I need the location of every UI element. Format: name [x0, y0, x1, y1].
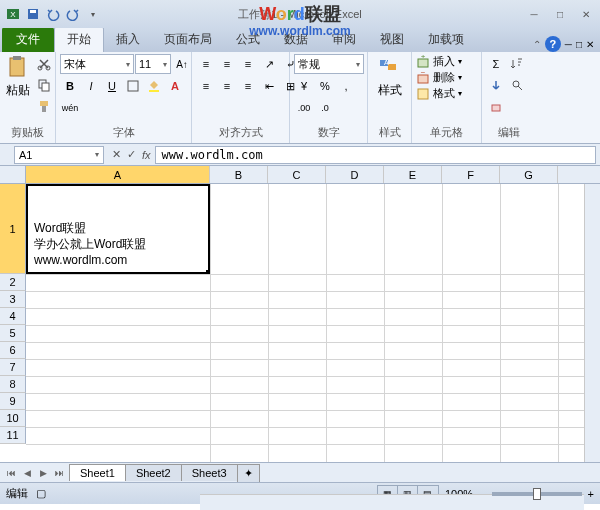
- cell-A1[interactable]: Word联盟 学办公就上Word联盟 www.wordlm.com: [26, 184, 210, 274]
- paste-label: 粘贴: [6, 82, 30, 99]
- decrease-decimal-icon[interactable]: .0: [315, 98, 335, 118]
- select-all-corner[interactable]: [0, 166, 26, 184]
- autosum-icon[interactable]: Σ: [486, 54, 506, 74]
- column-header[interactable]: D: [326, 166, 384, 183]
- column-header[interactable]: E: [384, 166, 442, 183]
- row-header[interactable]: 3: [0, 291, 26, 308]
- number-format-combo[interactable]: 常规▾: [294, 54, 364, 74]
- minimize-icon[interactable]: ─: [524, 6, 544, 22]
- italic-button[interactable]: I: [81, 76, 101, 96]
- paste-button[interactable]: 粘贴: [4, 54, 32, 101]
- close-icon[interactable]: ✕: [576, 6, 596, 22]
- worksheet-grid[interactable]: ABCDEFG 1234567891011 Word联盟 学办公就上Word联盟…: [0, 166, 600, 462]
- sheet-nav-last-icon[interactable]: ⏭: [52, 468, 66, 478]
- copy-icon[interactable]: [34, 75, 54, 95]
- sheet-nav-prev-icon[interactable]: ◀: [20, 468, 34, 478]
- border-icon[interactable]: [123, 76, 143, 96]
- align-left-icon[interactable]: ≡: [196, 76, 216, 96]
- sheet-nav-first-icon[interactable]: ⏮: [4, 468, 18, 478]
- underline-button[interactable]: U: [102, 76, 122, 96]
- fill-color-icon[interactable]: [144, 76, 164, 96]
- row-header[interactable]: 1: [0, 184, 26, 274]
- ribbon-minimize-icon[interactable]: ⌃: [533, 39, 541, 50]
- row-header[interactable]: 7: [0, 359, 26, 376]
- tab-view[interactable]: 视图: [368, 27, 416, 52]
- row-header[interactable]: 6: [0, 342, 26, 359]
- delete-cells-button[interactable]: −删除▾: [416, 70, 462, 85]
- enter-formula-icon[interactable]: ✓: [127, 148, 136, 161]
- column-header[interactable]: C: [268, 166, 326, 183]
- align-right-icon[interactable]: ≡: [238, 76, 258, 96]
- ribbon: 粘贴 剪贴板 宋体▾ 11▾ A↑ B I U A: [0, 52, 600, 144]
- excel-icon[interactable]: X: [4, 5, 22, 23]
- sheet-tab-1[interactable]: Sheet1: [69, 464, 126, 481]
- align-top-icon[interactable]: ≡: [196, 54, 216, 74]
- name-box[interactable]: A1▾: [14, 146, 104, 164]
- currency-icon[interactable]: ¥: [294, 76, 314, 96]
- orientation-icon[interactable]: ↗: [259, 54, 279, 74]
- horizontal-scrollbar[interactable]: [200, 494, 584, 510]
- maximize-icon[interactable]: □: [550, 6, 570, 22]
- help-icon[interactable]: ?: [545, 36, 561, 52]
- row-header[interactable]: 2: [0, 274, 26, 291]
- undo-icon[interactable]: [44, 5, 62, 23]
- column-header[interactable]: G: [500, 166, 558, 183]
- zoom-in-icon[interactable]: +: [588, 488, 594, 500]
- find-icon[interactable]: [507, 75, 527, 95]
- format-painter-icon[interactable]: [34, 96, 54, 116]
- new-sheet-button[interactable]: ✦: [237, 464, 260, 482]
- fx-icon[interactable]: fx: [142, 149, 151, 161]
- cut-icon[interactable]: [34, 54, 54, 74]
- phonetic-icon[interactable]: wén: [60, 98, 80, 118]
- comma-icon[interactable]: ,: [336, 76, 356, 96]
- row-header[interactable]: 11: [0, 427, 26, 444]
- tab-insert[interactable]: 插入: [104, 27, 152, 52]
- cancel-formula-icon[interactable]: ✕: [112, 148, 121, 161]
- zoom-slider[interactable]: [492, 492, 582, 496]
- formula-bar[interactable]: www.wordlm.com: [155, 146, 596, 164]
- row-header[interactable]: 5: [0, 325, 26, 342]
- doc-close-icon[interactable]: ✕: [586, 39, 594, 50]
- doc-minimize-icon[interactable]: ─: [565, 39, 572, 50]
- percent-icon[interactable]: %: [315, 76, 335, 96]
- tab-home[interactable]: 开始: [54, 26, 104, 52]
- sheet-nav-next-icon[interactable]: ▶: [36, 468, 50, 478]
- row-header[interactable]: 4: [0, 308, 26, 325]
- svg-rect-9: [42, 83, 49, 91]
- row-header[interactable]: 10: [0, 410, 26, 427]
- sort-icon[interactable]: [507, 54, 527, 74]
- save-icon[interactable]: [24, 5, 42, 23]
- column-header[interactable]: B: [210, 166, 268, 183]
- column-header[interactable]: A: [26, 166, 210, 183]
- clear-icon[interactable]: [486, 96, 506, 116]
- row-header[interactable]: 8: [0, 376, 26, 393]
- font-size-combo[interactable]: 11▾: [135, 54, 171, 74]
- align-middle-icon[interactable]: ≡: [217, 54, 237, 74]
- macro-record-icon[interactable]: ▢: [36, 487, 46, 500]
- sheet-tab-3[interactable]: Sheet3: [181, 464, 238, 481]
- insert-cells-button[interactable]: +插入▾: [416, 54, 462, 69]
- tab-addins[interactable]: 加载项: [416, 27, 476, 52]
- qat-dropdown-icon[interactable]: ▾: [84, 5, 102, 23]
- align-center-icon[interactable]: ≡: [217, 76, 237, 96]
- tab-layout[interactable]: 页面布局: [152, 27, 224, 52]
- fill-icon[interactable]: [486, 75, 506, 95]
- editing-group-label: 编辑: [486, 124, 532, 141]
- font-color-icon[interactable]: A: [165, 76, 185, 96]
- doc-restore-icon[interactable]: □: [576, 39, 582, 50]
- increase-font-icon[interactable]: A↑: [172, 54, 192, 74]
- vertical-scrollbar[interactable]: [584, 184, 600, 462]
- sheet-tab-2[interactable]: Sheet2: [125, 464, 182, 481]
- font-family-combo[interactable]: 宋体▾: [60, 54, 134, 74]
- column-header[interactable]: F: [442, 166, 500, 183]
- tab-file[interactable]: 文件: [2, 27, 54, 52]
- decrease-indent-icon[interactable]: ⇤: [259, 76, 279, 96]
- format-cells-button[interactable]: 格式▾: [416, 86, 462, 101]
- increase-decimal-icon[interactable]: .00: [294, 98, 314, 118]
- cell-content-line: 学办公就上Word联盟: [34, 236, 202, 252]
- styles-button[interactable]: A 样式: [372, 54, 407, 101]
- row-header[interactable]: 9: [0, 393, 26, 410]
- redo-icon[interactable]: [64, 5, 82, 23]
- align-bottom-icon[interactable]: ≡: [238, 54, 258, 74]
- bold-button[interactable]: B: [60, 76, 80, 96]
